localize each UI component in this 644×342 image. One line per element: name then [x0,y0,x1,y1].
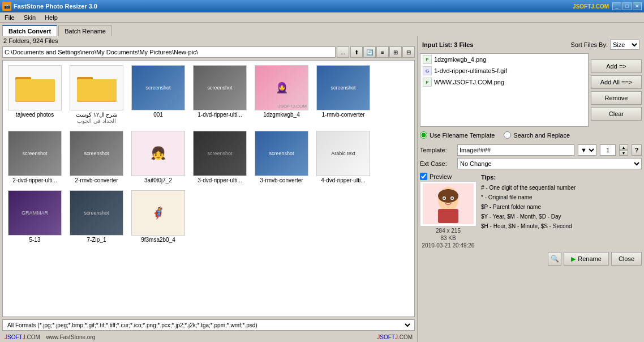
list-item[interactable]: screenshot 7-Zip_1 [67,188,126,245]
preview-checkbox[interactable] [420,173,427,180]
file-name: 1-dvd-ripper-ultimate5-f.gif [434,67,507,74]
thumbnail-grid: tajweed photos شرح ال١٢ كوست الجداد في ا… [3,61,414,247]
spinner-number: 1 [600,144,616,156]
view-details-button[interactable]: ≡ [376,46,389,58]
template-row: Template: ▼ 1 ▲ ▼ ? [420,144,642,156]
thumb-label: 9f3msa2b0_4 [141,237,175,243]
menu-help[interactable]: Help [42,14,60,22]
minimize-button[interactable]: _ [612,2,621,10]
thumbnail-image: screenshot [255,131,308,176]
ext-case-select[interactable]: No Change Lowercase Uppercase [457,158,642,169]
thumb-label: 5-13 [29,237,40,243]
list-item[interactable]: screenshot 1-rmvb-converter [314,63,373,126]
list-item[interactable]: screenshot 1-dvd-ripper-ulti... [190,63,250,126]
ext-case-label: Ext Case: [420,160,454,167]
list-item[interactable]: شرح ال١٢ كوست الجداد في الجوب [67,63,126,126]
format-select[interactable]: All Formats (*.jpg;*.jpeg;*.bmp;*.gif;*.… [5,322,412,329]
thumb-label: 7-Zip_1 [87,237,106,243]
list-item[interactable]: screenshot 3-rmvb-converter [252,129,311,186]
tab-batch-rename[interactable]: Batch Rename [58,25,112,36]
right-panel: Input List: 3 Files Sort Files By: Name … [418,36,644,342]
list-item[interactable]: screenshot 001 [128,63,188,126]
spinner-up[interactable]: ▲ [619,144,628,150]
list-item[interactable]: Arabic text 4-dvd-ripper-ulti... [314,129,373,186]
ext-case-row: Ext Case: No Change Lowercase Uppercase [420,158,642,169]
rename-button[interactable]: ▶ Rename [564,252,609,266]
thumbnail-image: screenshot [8,131,62,176]
folder-icon [15,72,55,104]
svg-rect-8 [438,209,458,223]
thumb-label: 4-dvd-ripper-ulti... [321,177,365,183]
list-item[interactable]: P WWW.JSOFTJ.COM.png [420,76,588,88]
thumb-label: 3aif0t0j7_2 [144,177,172,183]
add-button[interactable]: Add => [591,59,642,73]
list-item[interactable]: 🧕 JSOFTJ.COM 1dzgmkwgb_4 [252,63,311,126]
svg-point-12 [444,198,445,199]
list-item[interactable]: screenshot 2-dvd-ripper-ulti... [5,129,65,186]
radio-section: Use Filename Template Search and Replace [420,129,642,141]
thumbnail-image: GRAMMAR [8,190,62,236]
view-thumbs-button[interactable]: ⊟ [402,46,415,58]
remove-button[interactable]: Remove [591,91,642,105]
add-all-button[interactable]: Add All ==> [591,75,642,89]
list-item[interactable]: 👧 3aif0t0j7_2 [128,129,188,186]
thumbnail-image: screenshot [193,65,247,110]
input-list-title: Input List: 3 Files [422,41,473,48]
thumb-label: 1-dvd-ripper-ulti... [198,112,242,118]
list-item[interactable]: G 1-dvd-ripper-ultimate5-f.gif [420,65,588,76]
list-item[interactable]: GRAMMAR 5-13 [5,188,65,245]
toolbar-icons: ⬆ 🔄 ≡ ⊞ ⊟ [350,46,415,58]
clear-button[interactable]: Clear [591,107,642,121]
sort-label: Sort Files By: [571,41,608,48]
input-list-header: Input List: 3 Files Sort Files By: Name … [420,39,642,51]
title-bar-controls: JSOFTJ.COM _ □ ✕ [573,2,642,10]
list-item[interactable]: screenshot 2-rmvb-converter [67,129,126,186]
thumb-label: 2-rmvb-converter [75,177,118,183]
maximize-button[interactable]: □ [622,2,632,10]
thumbnail-image: screenshot [70,190,123,236]
close-button[interactable]: ✕ [633,2,642,10]
tip-4: $Y - Year, $M - Month, $D - Day [481,212,642,221]
nav-refresh-button[interactable]: 🔄 [363,46,376,58]
file-name: 1dzgmkwgb_4.png [434,56,486,63]
template-input[interactable] [457,144,574,156]
list-item[interactable]: 🦸‍♀️ 9f3msa2b0_4 [128,188,188,245]
template-dropdown[interactable]: ▼ [578,144,596,156]
close-bottom-button[interactable]: Close [611,252,642,266]
tip-1: # - One digit of the sequential number [481,183,642,193]
nav-up-button[interactable]: ⬆ [350,46,363,58]
thumb-label: tajweed photos [16,112,54,118]
list-item[interactable]: P 1dzgmkwgb_4.png [420,54,588,65]
action-buttons: Add => Add All ==> Remove Clear [591,53,642,127]
use-filename-template-radio[interactable]: Use Filename Template [420,131,495,139]
tips-title: Tips: [481,173,642,183]
search-button[interactable]: 🔍 [548,252,561,266]
preview-size: 83 KB [420,235,476,241]
menu-skin[interactable]: Skin [22,14,38,22]
folder-icon [77,72,117,104]
rename-label: Rename [578,255,602,262]
menu-file[interactable]: File [2,14,17,22]
help-button[interactable]: ? [632,144,642,156]
sort-select[interactable]: Name Size Date Type [610,40,639,50]
tab-bar: Batch Convert Batch Rename [0,23,644,36]
middle-section: P 1dzgmkwgb_4.png G 1-dvd-ripper-ultimat… [420,53,642,127]
svg-rect-5 [77,79,117,101]
preview-section: Preview 284 x 2 [420,173,642,249]
browse-button[interactable]: ... [337,46,349,58]
list-item[interactable]: screenshot 3-dvd-ripper-ulti... [190,129,250,186]
app-title: FastStone Photo Resizer 3.0 [14,3,97,10]
list-item[interactable]: tajweed photos [5,63,65,126]
template-section: Template: ▼ 1 ▲ ▼ ? Ext Case: No Change … [420,143,642,170]
tab-batch-convert[interactable]: Batch Convert [2,25,57,36]
path-input[interactable] [2,46,336,58]
view-list-button[interactable]: ⊞ [389,46,402,58]
search-replace-radio[interactable]: Search and Replace [504,131,570,139]
thumb-label: 3-dvd-ripper-ulti... [198,177,242,183]
tip-5: $H - Hour, $N - Minute, $S - Second [481,221,642,231]
thumbnail-image: 🧕 JSOFTJ.COM [255,65,308,110]
thumbnail-area[interactable]: tajweed photos شرح ال١٢ كوست الجداد في ا… [2,60,415,317]
spinner-down[interactable]: ▼ [619,150,628,156]
thumbnail-image: screenshot [70,131,123,176]
preview-date: 2010-03-21 20:49:26 [420,242,476,249]
